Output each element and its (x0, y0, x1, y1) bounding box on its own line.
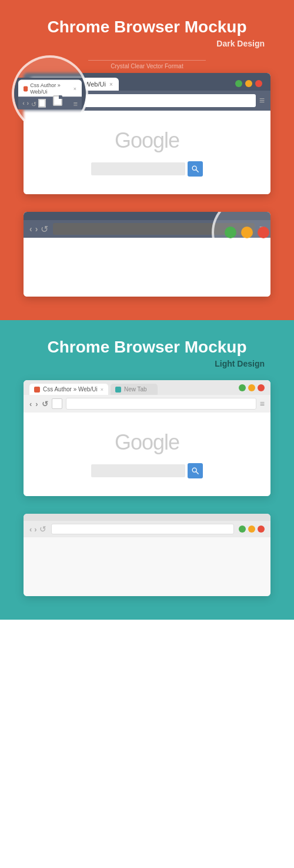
search-row-light (91, 463, 203, 478)
mini-refresh: ↺ (31, 99, 36, 107)
tab-close-btn[interactable]: × (109, 81, 113, 88)
mini-favicon (24, 86, 28, 91)
zoom-content: Css Author » Web/Ui × ‹ › ↺ ≡ (14, 78, 86, 109)
win-yellow-light[interactable] (248, 384, 255, 391)
tab-favicon-light (34, 387, 40, 393)
win-btn-green[interactable] (235, 80, 242, 87)
search-bar-light[interactable] (91, 464, 185, 477)
tab-close-light[interactable]: × (101, 387, 103, 393)
tab-label-light-2: New Tab (124, 386, 147, 393)
browser-content-light: Google (24, 413, 270, 496)
zoom-circle-inner-2 (212, 212, 270, 268)
page-icon (53, 95, 62, 106)
win-controls-light-2 (239, 526, 265, 533)
win-red-light-2[interactable] (258, 526, 265, 533)
dark-section: Chrome Browser Mockup Dark Design Crysta… (0, 0, 294, 320)
dark-section-subtitle: Dark Design (12, 39, 282, 48)
tab-favicon-light-2 (115, 387, 121, 393)
zoom-red-btn (258, 227, 269, 238)
dark-section-title: Chrome Browser Mockup (47, 18, 246, 36)
address-bar-light[interactable] (66, 398, 256, 410)
browser-mockup-light-1: Css Author » Web/Ui × New Tab ‹ › ↺ ≡ (24, 380, 270, 496)
zoom-circle-top-right (212, 212, 270, 268)
back-btn-2[interactable]: ‹ (29, 224, 32, 234)
google-logo-light: Google (115, 430, 179, 455)
browser-toolbar-light-2: ‹ › ↺ (24, 521, 270, 537)
win-green-light-2[interactable] (239, 526, 246, 533)
back-btn-light[interactable]: ‹ (29, 400, 32, 408)
svg-line-3 (196, 471, 198, 474)
win-btn-yellow[interactable] (245, 80, 252, 87)
browser-titlebar-light-2 (24, 514, 270, 521)
refresh-btn-light[interactable]: ↺ (42, 400, 48, 408)
back-btn-light-2[interactable]: ‹ (29, 525, 32, 534)
search-row-dark (91, 161, 203, 177)
forward-btn-2[interactable]: › (35, 224, 38, 234)
zoom-yellow-btn (241, 227, 253, 238)
svg-line-1 (196, 169, 198, 172)
win-green-light[interactable] (239, 384, 246, 391)
tab-label-light: Css Author » Web/Ui (43, 386, 98, 393)
zoom-circle-inner: Css Author » Web/Ui × ‹ › ↺ ≡ (12, 55, 88, 132)
search-bar-dark[interactable] (91, 162, 185, 175)
browser-tab-light-2[interactable]: New Tab (111, 384, 158, 395)
mini-page-icon (38, 99, 46, 107)
win-red-light[interactable] (258, 384, 265, 391)
mini-forward: › (26, 100, 29, 107)
mini-tab: Css Author » Web/Ui × (18, 80, 82, 97)
browser-tab-light-1[interactable]: Css Author » Web/Ui × (29, 384, 108, 395)
browser-content-light-2 (24, 537, 270, 596)
refresh-btn-light-2[interactable]: ↺ (39, 524, 46, 534)
browser-toolbar-light: ‹ › ↺ ≡ (24, 395, 270, 413)
address-bar-dark[interactable] (66, 94, 255, 107)
browser-mockup-light-2: ‹ › ↺ (24, 514, 270, 596)
light-section: Chrome Browser Mockup Light Design Css A… (0, 320, 294, 620)
win-btn-red[interactable] (255, 80, 262, 87)
win-yellow-light-2[interactable] (248, 526, 255, 533)
zoom-circle-top-left: Css Author » Web/Ui × ‹ › ↺ ≡ (12, 55, 88, 132)
page-icon-light (52, 398, 62, 409)
address-bar-light-2[interactable] (51, 524, 234, 534)
search-btn-dark[interactable] (188, 161, 203, 177)
forward-btn-light[interactable]: › (35, 400, 38, 408)
light-section-title: Chrome Browser Mockup (47, 338, 246, 357)
crystal-line (88, 60, 206, 61)
hamburger-btn[interactable]: ≡ (259, 95, 265, 106)
browser-mockup-dark-1: Css Author » Web/Ui × ‹ › ↺ ≡ (24, 73, 270, 194)
google-logo-dark: Google (115, 128, 179, 153)
zoom-content-2 (225, 227, 269, 238)
light-section-subtitle: Light Design (12, 359, 282, 368)
hamburger-btn-light[interactable]: ≡ (260, 399, 265, 408)
browser-titlebar-light: Css Author » Web/Ui × New Tab (24, 380, 270, 395)
zoom-green-btn (225, 227, 236, 238)
win-controls-light (239, 384, 265, 395)
browser-mockup-dark-2: ‹ › ↺ ≡ (24, 212, 270, 297)
search-btn-light[interactable] (188, 463, 203, 478)
mini-back: ‹ (22, 100, 25, 107)
crystal-label: Crystal Clear Vector Format (111, 63, 183, 69)
mini-tab-close: × (74, 85, 76, 92)
refresh-btn-2[interactable]: ↺ (41, 224, 48, 235)
mini-hamburger: ≡ (73, 99, 77, 107)
mini-toolbar: ‹ › ↺ ≡ (18, 97, 82, 109)
forward-btn-light-2[interactable]: › (34, 525, 36, 534)
